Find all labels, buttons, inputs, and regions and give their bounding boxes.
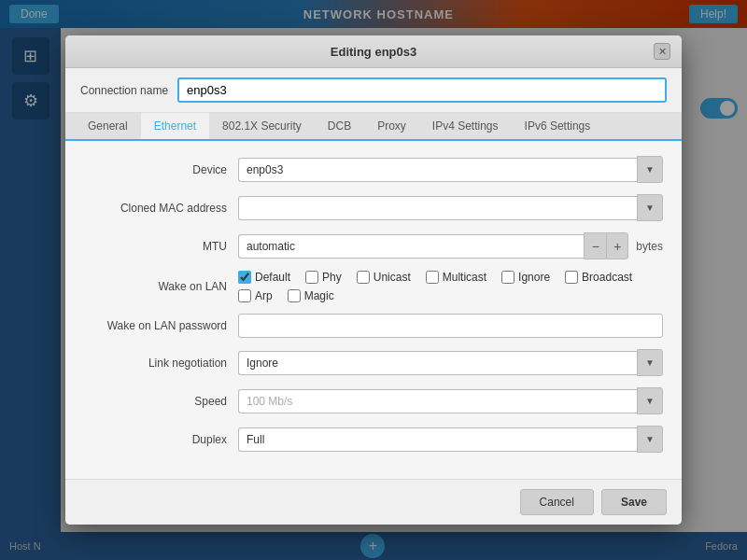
wake-ignore-item[interactable]: Ignore (501, 271, 550, 284)
device-dropdown-arrow[interactable]: ▼ (637, 156, 663, 183)
mtu-control: − + bytes (238, 232, 663, 259)
wake-broadcast-checkbox[interactable] (565, 271, 578, 284)
device-control: ▼ (238, 156, 663, 183)
duplex-dropdown-arrow[interactable]: ▼ (637, 426, 663, 453)
device-input[interactable] (238, 158, 637, 182)
link-negotiation-input[interactable] (238, 351, 637, 375)
mtu-minus-button[interactable]: − (584, 232, 606, 259)
duplex-input[interactable] (238, 427, 637, 452)
speed-row: Speed ▼ (84, 387, 663, 414)
wake-magic-checkbox[interactable] (288, 289, 301, 302)
tab-ethernet[interactable]: Ethernet (141, 113, 209, 141)
wake-unicast-label: Unicast (374, 271, 411, 284)
mtu-unit: bytes (636, 240, 663, 253)
wake-password-label: Wake on LAN password (84, 319, 238, 332)
link-negotiation-control: ▼ (238, 349, 663, 376)
speed-input[interactable] (238, 389, 637, 413)
tab-ipv6[interactable]: IPv6 Settings (512, 113, 604, 141)
wake-password-input[interactable] (238, 314, 663, 338)
link-negotiation-row: Link negotiation ▼ (84, 349, 663, 376)
duplex-control: ▼ (238, 426, 663, 453)
wake-magic-label: Magic (304, 289, 334, 302)
tabs-bar: General Ethernet 802.1X Security DCB Pro… (65, 113, 682, 141)
wake-multicast-checkbox[interactable] (426, 271, 439, 284)
device-label: Device (84, 163, 238, 176)
cloned-mac-input[interactable] (238, 196, 637, 220)
wake-arp-label: Arp (255, 289, 273, 302)
wake-default-label: Default (255, 271, 290, 284)
tab-8021x[interactable]: 802.1X Security (209, 113, 315, 141)
duplex-label: Duplex (84, 433, 238, 446)
wake-arp-item[interactable]: Arp (238, 289, 273, 302)
speed-label: Speed (84, 395, 238, 408)
dialog-titlebar: Editing enp0s3 ✕ (65, 35, 682, 68)
link-negotiation-label: Link negotiation (84, 357, 238, 370)
wake-on-lan-control: Default Phy Unicast Multicast (238, 271, 663, 302)
dialog-title: Editing enp0s3 (93, 45, 654, 59)
mtu-row: MTU − + bytes (84, 232, 663, 259)
connection-name-row: Connection name (65, 68, 682, 113)
wake-magic-item[interactable]: Magic (288, 289, 334, 302)
wake-password-control (238, 314, 663, 338)
wake-unicast-checkbox[interactable] (357, 271, 370, 284)
wake-password-row: Wake on LAN password (84, 314, 663, 338)
connection-name-input[interactable] (177, 77, 667, 103)
wake-multicast-item[interactable]: Multicast (426, 271, 486, 284)
cloned-mac-label: Cloned MAC address (84, 202, 238, 215)
link-negotiation-dropdown-arrow[interactable]: ▼ (637, 349, 663, 376)
mtu-label: MTU (84, 240, 238, 253)
cancel-button[interactable]: Cancel (520, 489, 594, 515)
mtu-plus-button[interactable]: + (606, 232, 628, 259)
dialog-footer: Cancel Save (65, 479, 682, 525)
wake-multicast-label: Multicast (443, 271, 486, 284)
wake-phy-label: Phy (322, 271, 342, 284)
cloned-mac-row: Cloned MAC address ▼ (84, 194, 663, 221)
cloned-mac-control: ▼ (238, 194, 663, 221)
dialog: Editing enp0s3 ✕ Connection name General… (65, 35, 682, 525)
wake-unicast-item[interactable]: Unicast (357, 271, 411, 284)
wake-phy-item[interactable]: Phy (305, 271, 342, 284)
wake-ignore-checkbox[interactable] (501, 271, 514, 284)
speed-dropdown-arrow[interactable]: ▼ (637, 387, 663, 414)
wake-on-lan-options: Default Phy Unicast Multicast (238, 271, 663, 302)
modal-overlay: Editing enp0s3 ✕ Connection name General… (0, 0, 747, 560)
connection-name-label: Connection name (80, 84, 168, 97)
wake-broadcast-label: Broadcast (582, 271, 632, 284)
wake-on-lan-label: Wake on LAN (84, 280, 238, 293)
tab-proxy[interactable]: Proxy (364, 113, 419, 141)
dialog-close-button[interactable]: ✕ (654, 43, 670, 60)
mtu-input[interactable] (238, 234, 584, 259)
wake-on-lan-row: Wake on LAN Default Phy Unic (84, 271, 663, 302)
device-row: Device ▼ (84, 156, 663, 183)
tab-dcb[interactable]: DCB (315, 113, 364, 141)
form-body: Device ▼ Cloned MAC address ▼ MTU (65, 141, 682, 479)
speed-control: ▼ (238, 387, 663, 414)
wake-broadcast-item[interactable]: Broadcast (565, 271, 632, 284)
tab-ipv4[interactable]: IPv4 Settings (419, 113, 512, 141)
wake-ignore-label: Ignore (518, 271, 550, 284)
cloned-mac-dropdown-arrow[interactable]: ▼ (637, 194, 663, 221)
duplex-row: Duplex ▼ (84, 426, 663, 453)
wake-default-item[interactable]: Default (238, 271, 290, 284)
save-button[interactable]: Save (601, 489, 667, 515)
tab-general[interactable]: General (75, 113, 141, 141)
wake-arp-checkbox[interactable] (238, 289, 251, 302)
wake-phy-checkbox[interactable] (305, 271, 318, 284)
wake-default-checkbox[interactable] (238, 271, 251, 284)
